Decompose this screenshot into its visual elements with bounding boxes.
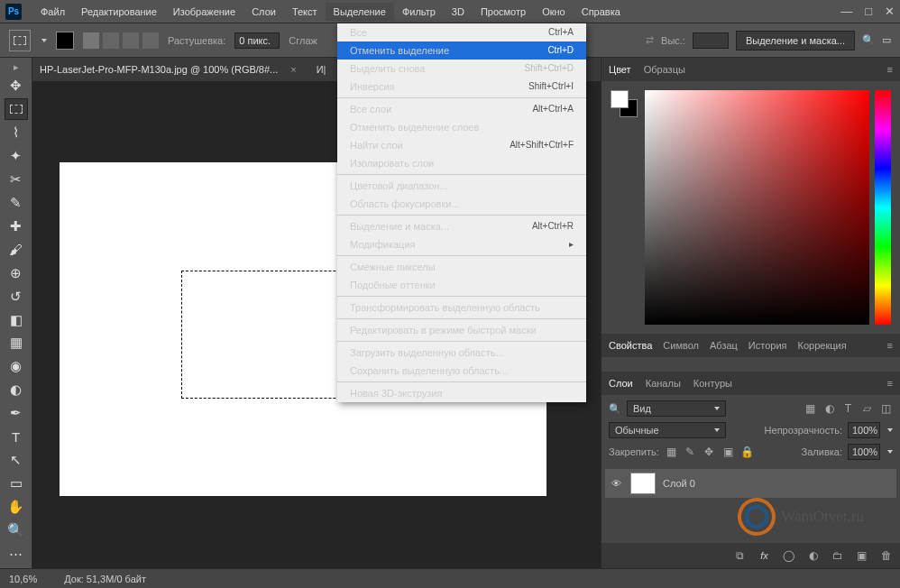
new-layer-icon[interactable]: ▣ <box>855 549 868 563</box>
wand-tool[interactable]: ✦ <box>5 145 28 167</box>
height-input[interactable] <box>693 32 729 49</box>
document-tab[interactable]: HP-LaserJet-Pro-MFP-M130a.jpg @ 100% (RG… <box>40 64 278 75</box>
filter-smart-icon[interactable]: ◫ <box>879 402 893 416</box>
hue-slider[interactable] <box>875 90 891 325</box>
blend-mode-select[interactable]: Обычные <box>609 422 726 438</box>
menu-edit[interactable]: Редактирование <box>73 3 165 21</box>
search-icon[interactable]: 🔍 <box>862 34 875 46</box>
menu-item[interactable]: Найти слоиAlt+Shift+Ctrl+F <box>337 136 586 154</box>
lock-pos-icon[interactable]: ✥ <box>703 446 716 459</box>
pen-tool[interactable]: ✒ <box>5 402 28 424</box>
brush-tool[interactable]: 🖌 <box>5 239 28 261</box>
tab-paragraph[interactable]: Абзац <box>710 340 738 351</box>
menu-3d[interactable]: 3D <box>444 3 473 21</box>
menu-item[interactable]: Подобные оттенки <box>337 276 586 294</box>
tab-history[interactable]: История <box>748 340 787 351</box>
dodge-tool[interactable]: ◐ <box>5 379 28 400</box>
tab-paths[interactable]: Контуры <box>693 378 732 389</box>
menu-item[interactable]: ВсеCtrl+A <box>337 23 586 41</box>
menu-layers[interactable]: Слои <box>243 3 284 21</box>
mask-icon[interactable]: ◯ <box>782 549 795 563</box>
layer-name[interactable]: Слой 0 <box>663 478 695 489</box>
history-brush-tool[interactable]: ↺ <box>5 286 28 308</box>
tab-channels[interactable]: Каналы <box>646 378 681 389</box>
panel-menu-icon[interactable]: ≡ <box>887 340 893 351</box>
tools-expand-icon[interactable]: ▸ <box>14 61 19 73</box>
feather-input[interactable] <box>234 32 280 49</box>
maximize-icon[interactable]: □ <box>865 5 872 18</box>
tab-color[interactable]: Цвет <box>609 64 631 75</box>
visibility-icon[interactable]: 👁 <box>609 478 623 489</box>
menu-item[interactable]: Загрузить выделенную область... <box>337 344 586 362</box>
menu-item[interactable]: Редактировать в режиме быстрой маски <box>337 321 586 339</box>
fill-input[interactable]: 100% <box>848 444 880 460</box>
menu-item[interactable]: Все слоиAlt+Ctrl+A <box>337 100 586 118</box>
lock-all-icon[interactable]: 🔒 <box>740 446 754 459</box>
mode-int-icon[interactable] <box>142 32 159 49</box>
crop-tool[interactable]: ✂ <box>5 169 28 190</box>
blur-tool[interactable]: ◉ <box>5 355 28 377</box>
menu-view[interactable]: Просмотр <box>473 3 534 21</box>
filter-type-icon[interactable]: T <box>841 402 855 416</box>
menu-image[interactable]: Изображение <box>165 3 243 21</box>
eraser-tool[interactable]: ◧ <box>5 309 28 331</box>
zoom-level[interactable]: 10,6% <box>9 574 37 584</box>
shape-tool[interactable]: ▭ <box>5 473 28 494</box>
color-field[interactable] <box>645 90 869 325</box>
menu-item[interactable]: Изолировать слои <box>337 154 586 172</box>
layer-thumb[interactable] <box>630 473 656 494</box>
menu-item[interactable]: Сохранить выделенную область... <box>337 362 586 380</box>
tab-swatches[interactable]: Образцы <box>644 64 685 75</box>
menu-item[interactable]: Цветовой диапазон... <box>337 177 586 195</box>
lock-paint-icon[interactable]: ✎ <box>684 446 697 459</box>
mode-add-icon[interactable] <box>103 32 119 49</box>
select-mask-button[interactable]: Выделение и маска... <box>736 31 855 51</box>
menu-help[interactable]: Справка <box>574 3 629 21</box>
menu-select[interactable]: Выделение <box>326 3 394 21</box>
more-tools[interactable]: ⋯ <box>5 543 28 565</box>
panel-menu-icon[interactable]: ≡ <box>887 64 893 75</box>
lock-trans-icon[interactable]: ▦ <box>665 446 678 459</box>
tab-properties[interactable]: Свойства <box>609 340 652 351</box>
tab-character[interactable]: Символ <box>663 340 699 351</box>
adjust-layer-icon[interactable]: ◐ <box>806 549 820 563</box>
menu-item[interactable]: ИнверсияShift+Ctrl+I <box>337 78 586 96</box>
doc-info[interactable]: Док: 51,3M/0 байт <box>64 574 146 584</box>
filter-kind-icon[interactable]: 🔍 <box>609 403 621 415</box>
layer-row[interactable]: 👁 Слой 0 <box>605 469 896 498</box>
menu-window[interactable]: Окно <box>534 3 574 21</box>
tab-adjustments[interactable]: Коррекция <box>798 340 847 351</box>
close-icon[interactable]: ✕ <box>885 5 895 18</box>
menu-text[interactable]: Текст <box>284 3 326 21</box>
heal-tool[interactable]: ✚ <box>5 216 28 237</box>
menu-item[interactable]: Отменить выделениеCtrl+D <box>337 41 586 60</box>
lasso-tool[interactable]: ⌇ <box>5 122 28 143</box>
hand-tool[interactable]: ✋ <box>5 496 28 518</box>
filter-adjust-icon[interactable]: ◐ <box>822 402 836 416</box>
menu-item[interactable]: Отменить выделение слоев <box>337 118 586 136</box>
panels-toggle-icon[interactable]: ▭ <box>882 34 891 46</box>
fg-swatch[interactable] <box>56 32 74 50</box>
fg-bg-swatches[interactable] <box>611 90 639 119</box>
path-tool[interactable]: ↖ <box>5 449 28 471</box>
gradient-tool[interactable]: ▦ <box>5 332 28 354</box>
tab-close-icon[interactable]: × <box>290 64 296 75</box>
menu-filter[interactable]: Фильтр <box>394 3 444 21</box>
zoom-tool[interactable]: 🔍 <box>5 519 28 541</box>
mode-new-icon[interactable] <box>83 32 99 49</box>
panel-menu-icon[interactable]: ≡ <box>887 378 893 389</box>
menu-item[interactable]: Область фокусировки... <box>337 195 586 213</box>
group-icon[interactable]: 🗀 <box>831 549 844 563</box>
tab-layers[interactable]: Слои <box>609 378 633 389</box>
opacity-input[interactable]: 100% <box>848 422 880 438</box>
menu-item[interactable]: Модификация▸ <box>337 235 586 253</box>
link-icon[interactable]: ⧉ <box>733 549 747 563</box>
move-tool[interactable]: ✥ <box>5 75 28 96</box>
menu-item[interactable]: Смежные пикселы <box>337 258 586 276</box>
filter-kind-select[interactable]: Вид <box>627 400 726 417</box>
fx-icon[interactable]: fx <box>758 549 771 563</box>
type-tool[interactable]: T <box>5 426 28 447</box>
trash-icon[interactable]: 🗑 <box>879 549 893 563</box>
lock-nest-icon[interactable]: ▣ <box>721 446 735 459</box>
marquee-tool[interactable] <box>5 98 28 120</box>
